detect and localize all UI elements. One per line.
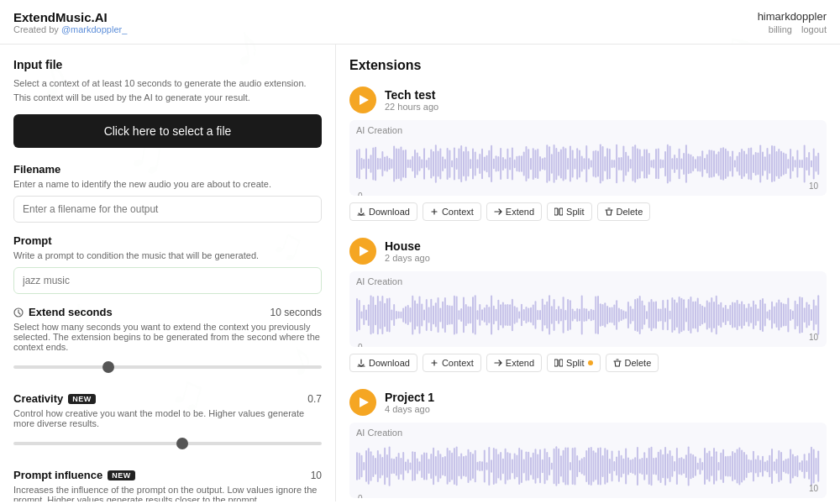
delete-button[interactable]: Delete: [606, 354, 659, 372]
filename-input[interactable]: [13, 196, 322, 223]
delete-button[interactable]: Delete: [597, 202, 651, 221]
svg-rect-516: [583, 457, 585, 475]
svg-rect-206: [801, 160, 803, 168]
svg-rect-34: [402, 150, 404, 178]
svg-rect-510: [570, 462, 571, 470]
svg-rect-536: [630, 459, 632, 473]
svg-rect-315: [585, 308, 587, 321]
svg-rect-349: [664, 307, 666, 322]
svg-rect-498: [542, 459, 543, 474]
creator-link[interactable]: @markdoppler_: [61, 24, 127, 34]
split-button[interactable]: Split: [547, 354, 600, 372]
svg-rect-436: [398, 453, 400, 480]
svg-rect-499: [544, 449, 546, 485]
svg-rect-603: [785, 459, 787, 474]
play-button[interactable]: [349, 87, 376, 113]
input-file-title: Input file: [13, 58, 322, 71]
svg-rect-196: [778, 149, 780, 179]
download-button[interactable]: Download: [349, 354, 417, 372]
svg-rect-567: [701, 462, 703, 470]
svg-rect-478: [496, 449, 497, 484]
svg-rect-75: [497, 156, 499, 171]
svg-rect-58: [458, 149, 459, 180]
svg-rect-290: [528, 308, 529, 323]
context-icon: [430, 207, 438, 216]
right-panel: Extensions Tech test 22 hours ago AI Cre…: [336, 45, 840, 501]
svg-rect-504: [555, 446, 557, 486]
svg-rect-598: [774, 461, 775, 471]
svg-rect-571: [711, 456, 712, 476]
svg-rect-96: [546, 144, 548, 183]
play-button[interactable]: [349, 389, 376, 416]
svg-rect-424: [370, 451, 372, 481]
billing-link[interactable]: billing: [769, 24, 792, 34]
svg-rect-93: [539, 156, 541, 171]
svg-rect-238: [407, 305, 409, 325]
svg-rect-540: [639, 459, 641, 474]
svg-rect-169: [716, 154, 717, 174]
svg-rect-379: [734, 302, 736, 328]
extend-button[interactable]: Extend: [486, 202, 542, 221]
ai-creation-label: AI Creation: [356, 276, 820, 286]
svg-rect-188: [759, 145, 761, 183]
svg-rect-209: [808, 152, 810, 176]
context-button[interactable]: Context: [423, 354, 481, 372]
extend-button[interactable]: Extend: [486, 354, 542, 372]
svg-rect-402: [787, 297, 789, 332]
svg-rect-447: [423, 453, 425, 480]
svg-rect-411: [808, 304, 810, 325]
svg-rect-419: [359, 453, 360, 480]
svg-rect-24: [380, 158, 381, 170]
svg-rect-177: [734, 160, 736, 168]
svg-rect-30: [393, 146, 395, 182]
svg-rect-524: [602, 455, 604, 477]
svg-rect-483: [507, 452, 508, 480]
svg-rect-258: [454, 296, 455, 335]
svg-rect-130: [625, 152, 627, 176]
svg-rect-577: [725, 456, 727, 476]
context-button[interactable]: Context: [423, 202, 481, 221]
svg-rect-232: [393, 304, 395, 326]
svg-rect-435: [396, 457, 397, 476]
play-button[interactable]: [349, 238, 376, 265]
svg-rect-265: [470, 307, 471, 324]
svg-rect-164: [704, 158, 706, 170]
svg-rect-235: [400, 312, 402, 319]
svg-rect-178: [737, 156, 738, 172]
svg-rect-268: [477, 310, 479, 320]
svg-rect-442: [412, 451, 413, 481]
svg-rect-294: [537, 310, 538, 320]
extend-seconds-slider[interactable]: [13, 365, 322, 369]
svg-rect-439: [405, 462, 407, 471]
svg-rect-281: [507, 304, 508, 326]
svg-rect-308: [570, 300, 571, 330]
svg-rect-497: [539, 449, 541, 484]
svg-rect-407: [799, 297, 801, 333]
prompt-input[interactable]: [13, 267, 322, 294]
svg-rect-376: [727, 309, 729, 322]
logout-link[interactable]: logout: [801, 24, 827, 34]
creativity-slider[interactable]: [13, 442, 322, 445]
svg-rect-500: [546, 452, 548, 480]
svg-rect-431: [386, 454, 388, 478]
split-button[interactable]: Split: [547, 202, 591, 221]
svg-rect-170: [718, 151, 720, 176]
time-end: 10: [809, 181, 818, 191]
svg-rect-162: [699, 156, 701, 172]
svg-rect-383: [743, 304, 745, 326]
extension-card-project-1: Project 1 4 days ago AI Creation 0 10: [349, 389, 827, 498]
card-info: House 2 days ago: [385, 239, 430, 263]
svg-rect-240: [412, 296, 413, 335]
svg-rect-40: [417, 153, 418, 176]
svg-rect-519: [591, 447, 592, 486]
svg-rect-176: [732, 151, 733, 177]
svg-rect-282: [509, 304, 511, 326]
svg-rect-151: [674, 155, 675, 173]
file-select-button[interactable]: Click here to select a file: [13, 114, 322, 148]
download-button[interactable]: Download: [349, 202, 417, 221]
svg-rect-68: [481, 149, 483, 180]
svg-rect-462: [458, 456, 459, 476]
svg-rect-418: [356, 452, 358, 480]
svg-rect-378: [732, 302, 733, 328]
svg-rect-381: [738, 304, 740, 327]
